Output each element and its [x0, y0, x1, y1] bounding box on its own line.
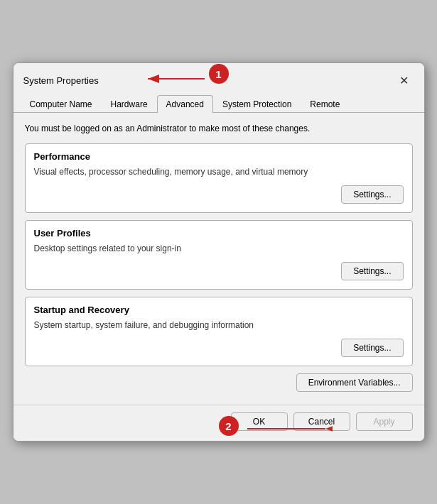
startup-recovery-description: System startup, system failure, and debu…	[34, 319, 404, 332]
ok-button[interactable]: OK	[231, 412, 288, 431]
startup-recovery-settings-button[interactable]: Settings...	[341, 339, 403, 357]
tab-hardware[interactable]: Hardware	[102, 95, 157, 113]
user-profiles-description: Desktop settings related to your sign-in	[34, 243, 404, 255]
admin-notice: You must be logged on as an Administrato…	[25, 123, 413, 135]
startup-recovery-section: Startup and Recovery System startup, sys…	[25, 297, 413, 366]
tab-content: You must be logged on as an Administrato…	[14, 113, 424, 404]
user-profiles-title: User Profiles	[34, 228, 404, 239]
tab-advanced[interactable]: Advanced	[157, 95, 213, 113]
cancel-button[interactable]: Cancel	[293, 412, 350, 431]
startup-recovery-title: Startup and Recovery	[34, 305, 404, 315]
user-profiles-settings-button[interactable]: Settings...	[341, 262, 403, 280]
performance-title: Performance	[34, 151, 404, 162]
close-button[interactable]: ✕	[394, 70, 414, 90]
annotation-bubble-1: 1	[209, 64, 229, 84]
performance-section: Performance Visual effects, processor sc…	[25, 143, 413, 213]
tab-bar: Computer Name Hardware Advanced System P…	[14, 90, 424, 113]
tab-system-protection[interactable]: System Protection	[213, 95, 301, 113]
apply-button[interactable]: Apply	[356, 412, 413, 431]
tab-computer-name[interactable]: Computer Name	[21, 95, 102, 113]
tab-remote[interactable]: Remote	[301, 95, 349, 113]
environment-variables-row: Environment Variables...	[25, 373, 413, 392]
performance-description: Visual effects, processor scheduling, me…	[34, 166, 404, 178]
environment-variables-button[interactable]: Environment Variables...	[296, 373, 413, 392]
performance-settings-button[interactable]: Settings...	[341, 185, 403, 204]
user-profiles-section: User Profiles Desktop settings related t…	[25, 220, 413, 290]
bottom-bar: OK Cancel Apply	[14, 405, 424, 441]
system-properties-dialog: System Properties ✕ Computer Name Hardwa…	[13, 62, 425, 441]
window-title: System Properties	[23, 75, 99, 86]
annotation-bubble-2: 2	[219, 416, 239, 436]
